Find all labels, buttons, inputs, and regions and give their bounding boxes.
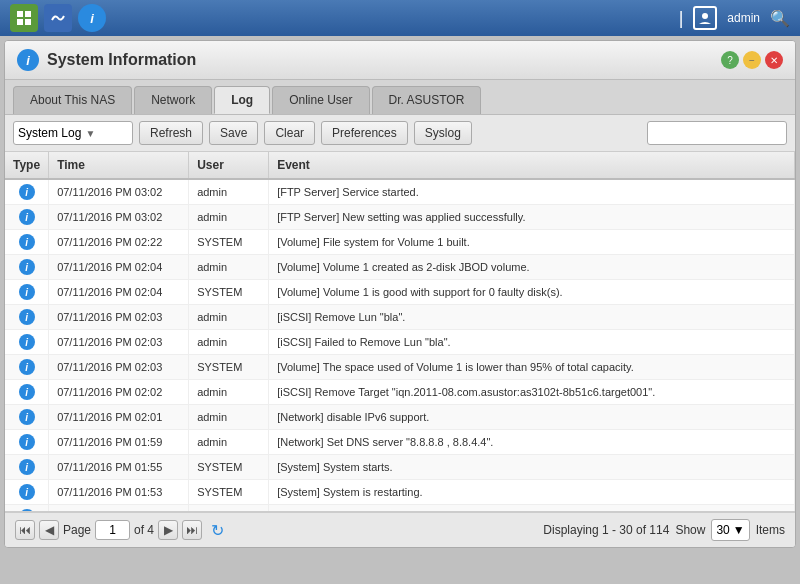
row-event-cell: [Shared Folder] Export the key file of e…: [269, 505, 795, 513]
page-number-input[interactable]: 1: [95, 520, 130, 540]
username-label: admin: [727, 11, 760, 25]
row-user-cell: admin: [189, 330, 269, 355]
row-type-cell: i: [5, 230, 49, 255]
row-user-cell: admin: [189, 505, 269, 513]
pagination-bar: ⏮ ◀ Page 1 of 4 ▶ ⏭ ↻ Displaying 1 - 30 …: [5, 512, 795, 547]
row-user-cell: SYSTEM: [189, 455, 269, 480]
row-type-cell: i: [5, 179, 49, 205]
col-user: User: [189, 152, 269, 179]
info-app-icon[interactable]: i: [78, 4, 106, 32]
refresh-button[interactable]: Refresh: [139, 121, 203, 145]
table-row: i07/11/2016 PM 03:02admin[FTP Server] Se…: [5, 179, 795, 205]
syslog-button[interactable]: Syslog: [414, 121, 472, 145]
taskbar-divider: |: [679, 8, 684, 29]
table-row: i07/11/2016 PM 02:01admin[Network] disab…: [5, 405, 795, 430]
row-type-cell: i: [5, 480, 49, 505]
row-type-cell: i: [5, 505, 49, 513]
clear-button[interactable]: Clear: [264, 121, 315, 145]
displaying-label: Displaying 1 - 30 of 114: [543, 523, 669, 537]
row-type-cell: i: [5, 380, 49, 405]
svg-rect-1: [25, 11, 31, 17]
log-table-container[interactable]: Type Time User Event i07/11/2016 PM 03:0…: [5, 152, 795, 512]
tab-online-user[interactable]: Online User: [272, 86, 369, 114]
page-label: Page: [63, 523, 91, 537]
log-type-dropdown[interactable]: System Log ▼: [13, 121, 133, 145]
title-info-icon: i: [17, 49, 39, 71]
row-type-cell: i: [5, 405, 49, 430]
show-count-dropdown[interactable]: 30 ▼: [711, 519, 749, 541]
last-page-button[interactable]: ⏭: [182, 520, 202, 540]
svg-rect-0: [17, 11, 23, 17]
row-event-cell: [System] System starts.: [269, 455, 795, 480]
row-type-cell: i: [5, 455, 49, 480]
search-icon[interactable]: 🔍: [770, 9, 790, 28]
table-row: i07/11/2016 PM 03:02admin[FTP Server] Ne…: [5, 205, 795, 230]
items-label: Items: [756, 523, 785, 537]
tab-about-this-nas[interactable]: About This NAS: [13, 86, 132, 114]
row-time-cell: 07/11/2016 PM 02:03: [49, 330, 189, 355]
dropdown-arrow-icon: ▼: [85, 128, 95, 139]
tab-log[interactable]: Log: [214, 86, 270, 114]
help-button[interactable]: ?: [721, 51, 739, 69]
info-row-icon: i: [19, 259, 35, 275]
show-count-value: 30: [716, 523, 729, 537]
row-time-cell: 07/11/2016 PM 02:22: [49, 230, 189, 255]
taskbar-right: | admin 🔍: [679, 6, 790, 30]
row-event-cell: [FTP Server] Service started.: [269, 179, 795, 205]
taskbar: i | admin 🔍: [0, 0, 800, 36]
row-time-cell: 07/11/2016 PM 02:04: [49, 280, 189, 305]
row-type-cell: i: [5, 205, 49, 230]
row-user-cell: SYSTEM: [189, 230, 269, 255]
table-row: i07/11/2016 PM 02:22SYSTEM[Volume] File …: [5, 230, 795, 255]
window-controls: ? − ✕: [721, 51, 783, 69]
prev-page-button[interactable]: ◀: [39, 520, 59, 540]
pagination-right: Displaying 1 - 30 of 114 Show 30 ▼ Items: [543, 519, 785, 541]
row-time-cell: 07/11/2016 PM 02:02: [49, 380, 189, 405]
tab-bar: About This NAS Network Log Online User D…: [5, 80, 795, 115]
table-row: i07/11/2016 PM 01:51admin[Shared Folder]…: [5, 505, 795, 513]
save-button[interactable]: Save: [209, 121, 258, 145]
show-label: Show: [675, 523, 705, 537]
first-page-button[interactable]: ⏮: [15, 520, 35, 540]
table-row: i07/11/2016 PM 01:55SYSTEM[System] Syste…: [5, 455, 795, 480]
row-time-cell: 07/11/2016 PM 02:03: [49, 355, 189, 380]
row-user-cell: SYSTEM: [189, 480, 269, 505]
table-row: i07/11/2016 PM 02:03admin[iSCSI] Failed …: [5, 330, 795, 355]
info-row-icon: i: [19, 184, 35, 200]
table-row: i07/11/2016 PM 02:03SYSTEM[Volume] The s…: [5, 355, 795, 380]
col-time: Time: [49, 152, 189, 179]
row-event-cell: [Volume] File system for Volume 1 built.: [269, 230, 795, 255]
row-user-cell: SYSTEM: [189, 280, 269, 305]
tab-network[interactable]: Network: [134, 86, 212, 114]
row-time-cell: 07/11/2016 PM 03:02: [49, 205, 189, 230]
row-event-cell: [System] System is restarting.: [269, 480, 795, 505]
table-row: i07/11/2016 PM 02:04SYSTEM[Volume] Volum…: [5, 280, 795, 305]
next-page-button[interactable]: ▶: [158, 520, 178, 540]
row-user-cell: admin: [189, 305, 269, 330]
info-row-icon: i: [19, 359, 35, 375]
minimize-button[interactable]: −: [743, 51, 761, 69]
row-type-cell: i: [5, 430, 49, 455]
log-type-label: System Log: [18, 126, 81, 140]
grid-app-icon[interactable]: [10, 4, 38, 32]
system-information-window: i System Information ? − ✕ About This NA…: [4, 40, 796, 548]
table-row: i07/11/2016 PM 02:03admin[iSCSI] Remove …: [5, 305, 795, 330]
row-event-cell: [Volume] Volume 1 is good with support f…: [269, 280, 795, 305]
close-button[interactable]: ✕: [765, 51, 783, 69]
taskbar-left: i: [10, 4, 106, 32]
row-event-cell: [iSCSI] Remove Lun "bla".: [269, 305, 795, 330]
row-user-cell: admin: [189, 205, 269, 230]
info-row-icon: i: [19, 284, 35, 300]
log-table: Type Time User Event i07/11/2016 PM 03:0…: [5, 152, 795, 512]
row-time-cell: 07/11/2016 PM 02:04: [49, 255, 189, 280]
window-title-text: System Information: [47, 51, 196, 69]
row-user-cell: SYSTEM: [189, 355, 269, 380]
info-row-icon: i: [19, 309, 35, 325]
window-titlebar: i System Information ? − ✕: [5, 41, 795, 80]
page-refresh-button[interactable]: ↻: [206, 519, 228, 541]
user-icon: [693, 6, 717, 30]
search-input[interactable]: [647, 121, 787, 145]
tab-dr-asustor[interactable]: Dr. ASUSTOR: [372, 86, 482, 114]
preferences-button[interactable]: Preferences: [321, 121, 408, 145]
wave-app-icon[interactable]: [44, 4, 72, 32]
